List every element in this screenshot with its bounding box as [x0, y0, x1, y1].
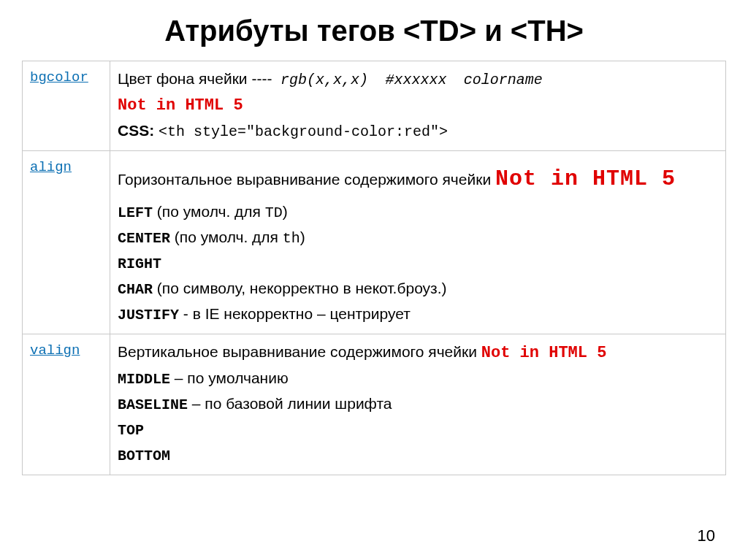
valign-middle-code: MIDDLE [118, 371, 170, 388]
valign-link[interactable]: valign [30, 342, 80, 358]
page-title: Атрибуты тегов <TD> и <TH> [22, 15, 726, 47]
align-left-tag: TD [265, 204, 283, 221]
align-center-close: ) [300, 229, 305, 245]
valign-desc: Вертикальное выравнивание содержимого яч… [118, 343, 477, 360]
align-right-code: RIGHT [118, 256, 161, 272]
align-char-code: CHAR [118, 281, 153, 298]
valign-notin: Not in HTML 5 [481, 344, 607, 362]
attr-cell-bgcolor: bgcolor [23, 61, 110, 151]
attr-cell-align: align [23, 151, 110, 334]
bgcolor-css-label: CSS: [118, 122, 154, 139]
align-link[interactable]: align [30, 159, 72, 175]
valign-baseline-code: BASELINE [118, 396, 188, 413]
align-notin: Not in HTML 5 [495, 166, 676, 191]
align-justify-note: - в IE некорректно – центрирует [179, 305, 411, 322]
valign-middle-note: – по умолчанию [170, 369, 289, 386]
attribute-table: bgcolor Цвет фона ячейки ---- rgb(x,x,x)… [22, 61, 726, 475]
align-center-note: (по умолч. для [170, 229, 283, 245]
bgcolor-colorname: colorname [464, 72, 543, 88]
valign-top-code: TOP [118, 422, 144, 439]
align-left-code: LEFT [118, 204, 153, 221]
align-center-tag: th [283, 230, 300, 247]
attr-cell-valign: valign [23, 334, 110, 475]
desc-cell-align: Горизонтальное выравнивание содержимого … [110, 151, 726, 334]
valign-bottom-code: BOTTOM [118, 448, 170, 464]
align-left-close: ) [283, 203, 288, 220]
align-char-note: (по символу, некорректно в некот.броуз.) [153, 280, 447, 296]
bgcolor-link[interactable]: bgcolor [30, 69, 88, 85]
table-row: valign Вертикальное выравнивание содержи… [23, 334, 726, 475]
align-left-note: (по умолч. для [153, 203, 265, 220]
page-number: 10 [698, 526, 715, 545]
align-desc: Горизонтальное выравнивание содержимого … [118, 171, 491, 188]
bgcolor-notin: Not in HTML 5 [118, 96, 243, 115]
align-center-code: CENTER [118, 230, 170, 247]
table-row: bgcolor Цвет фона ячейки ---- rgb(x,x,x)… [23, 61, 726, 151]
desc-cell-valign: Вертикальное выравнивание содержимого яч… [110, 334, 726, 475]
desc-cell-bgcolor: Цвет фона ячейки ---- rgb(x,x,x) #xxxxxx… [110, 61, 726, 151]
valign-baseline-note: – по базовой линии шрифта [188, 395, 392, 412]
bgcolor-desc-prefix: Цвет фона ячейки ---- [118, 70, 272, 87]
bgcolor-css-code: <th style="background-color:red"> [159, 123, 448, 140]
align-justify-code: JUSTIFY [118, 307, 179, 323]
bgcolor-rgb: rgb(x,x,x) [280, 72, 368, 88]
bgcolor-hex: #xxxxxx [385, 72, 446, 88]
table-row: align Горизонтальное выравнивание содерж… [23, 151, 726, 334]
